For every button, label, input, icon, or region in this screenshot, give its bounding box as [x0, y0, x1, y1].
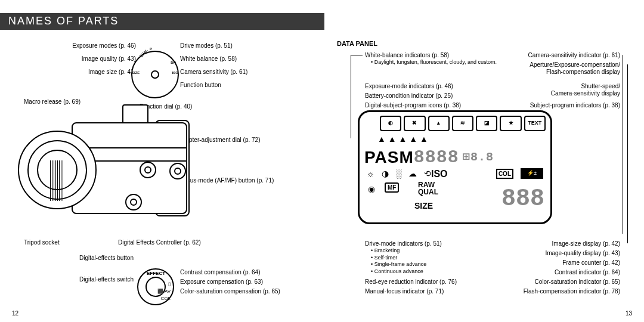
label-mf-ind: Manual-focus indicator (p. 71) — [365, 287, 444, 295]
label-function-button: Function button — [180, 81, 221, 89]
leader-line — [351, 55, 351, 138]
function-dial-diagram: P DR ISO SIZE QUAL — [128, 48, 179, 99]
lcd-panel-diagram: ◐ ✖ ▴ ≋ ◪ ★ TEXT ▲ ▲ ▲ ▲ ▲ PASM 8888 ⊞8.… — [358, 110, 552, 224]
iso-indicator: ISO — [431, 168, 448, 181]
label-color-sat-ind: Color-saturation indicator (p. 65) — [501, 278, 620, 286]
flash-comp-icon: ⚡± — [521, 168, 543, 179]
label-focus-mode: Focus-mode (AF/MF) button (p. 71) — [180, 177, 274, 184]
label-subj-prog-ind: Subject-program indicators (p. 38) — [501, 101, 620, 109]
leader-line — [351, 55, 363, 55]
camera-diagram — [18, 104, 191, 239]
col-indicator: COL — [496, 169, 513, 179]
dsp-icons-row: ◐ ✖ ▴ ≋ ◪ ★ TEXT — [380, 116, 546, 131]
label-image-size: Image size (p. 42) — [70, 68, 136, 76]
label-digital-effects-switch: Digital-effects switch — [62, 275, 134, 283]
label-flash-comp-ind: Flash-compensation indicator (p. 78) — [501, 287, 620, 295]
label-image-quality: Image quality (p. 43) — [70, 55, 136, 63]
label-tripod: Tripod socket — [24, 239, 60, 246]
label-digital-effects-button: Digital-effects button — [62, 254, 134, 262]
wb-icons: ☼ ◑ ░ ☁ ⟲ — [367, 168, 434, 179]
label-wb-indicators: White-balance indicators (p. 58) • Dayli… — [365, 51, 497, 66]
label-expmode-ind: Exposure-mode indicators (p. 46) — [365, 82, 453, 90]
aperture-segment: ⊞8.8 — [463, 150, 494, 165]
data-panel-title: DATA PANEL — [337, 39, 377, 48]
dsp-icon: ≋ — [452, 116, 473, 131]
frame-counter-seg: 888 — [501, 184, 544, 215]
label-redeye-ind: Red-eye reduction indicator (p. 76) — [365, 278, 457, 286]
label-cam-sens-ind: Camera-sensitivity indicator (p. 61) — [501, 51, 620, 59]
dsp-icon: ✖ — [404, 116, 425, 131]
page-title: NAMES OF PARTS — [0, 13, 324, 30]
redeye-icon: ◉ — [368, 184, 375, 194]
leader-line — [623, 55, 623, 234]
label-color-sat-comp: Color-saturation compensation (p. 65) — [180, 287, 280, 295]
leader-line — [627, 64, 628, 243]
dsp-icon: ★ — [500, 116, 521, 131]
label-drive-modes: Drive modes (p. 51) — [180, 42, 233, 49]
label-drivemode-ind: Drive-mode indicators (p. 51) • Bracketi… — [365, 240, 442, 275]
drive-arrows: ▲ ▲ ▲ ▲ ▲ — [377, 134, 544, 143]
dsp-icon: ◐ — [380, 116, 401, 131]
label-batt-ind: Battery-condition indicator (p. 25) — [365, 92, 453, 100]
mf-icon: MF — [385, 182, 399, 193]
label-image-qual-disp: Image-quality display (p. 43) — [501, 249, 620, 257]
label-exposure-modes: Exposure modes (p. 46) — [70, 42, 136, 49]
label-contrast-comp: Contrast compensation (p. 64) — [180, 268, 261, 276]
shutter-segment: 8888 — [414, 146, 459, 169]
label-camera-sens: Camera sensitivity (p. 61) — [180, 68, 247, 76]
page-number-left: 12 — [12, 309, 18, 317]
label-exposure-comp: Exposure compensation (p. 63) — [180, 278, 263, 286]
label-image-size-disp: Image-size display (p. 42) — [501, 240, 620, 247]
raw-qual: RAWQUAL — [418, 181, 438, 196]
size-indicator: SIZE — [414, 200, 433, 211]
dsp-icon: ◪ — [476, 116, 497, 131]
label-dsp-icons: Digital-subject-program icons (p. 38) — [365, 101, 461, 109]
label-flash-disp: Flash-compensation display — [501, 68, 620, 76]
dsp-icon: ▴ — [428, 116, 450, 131]
effect-dial-diagram: EFFECT ▯ ⬛ AV COL — [137, 268, 174, 305]
pasm-indicator: PASM — [364, 147, 414, 168]
label-frame-counter: Frame counter (p. 42) — [501, 259, 620, 267]
page-number-right: 13 — [626, 309, 632, 317]
label-white-balance: White balance (p. 58) — [180, 55, 237, 63]
dsp-icon: TEXT — [524, 116, 546, 131]
label-contrast-ind: Contrast indicator (p. 64) — [501, 268, 620, 276]
label-dec: Digital Effects Controller (p. 62) — [118, 239, 201, 246]
label-cam-sens-disp: Camera-sensitivity display — [501, 89, 620, 97]
label-diopter: Diopter-adjustment dial (p. 72) — [180, 136, 261, 144]
